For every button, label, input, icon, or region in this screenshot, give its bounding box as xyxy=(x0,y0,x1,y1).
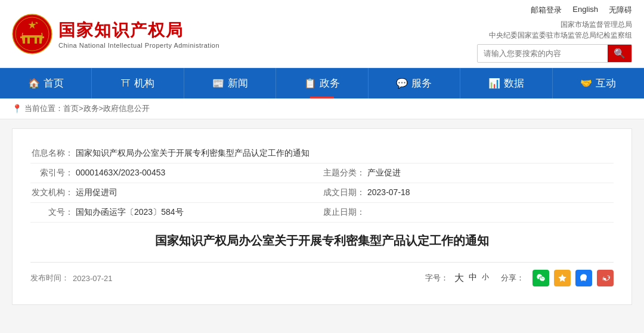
org-line-2: 中央纪委国家监委驻市场监管总局纪检监察组 xyxy=(489,30,632,41)
breadcrumb: 当前位置：首页>政务>政府信息公开 xyxy=(24,103,150,114)
font-size-options: 大 中 小 xyxy=(454,272,489,285)
nav-item-data[interactable]: 📊 数据 xyxy=(460,68,552,98)
institution-icon: ⛩ xyxy=(121,78,131,89)
header-right: 邮箱登录 English 无障碍 国家市场监督管理总局 中央纪委国家监委驻市场监… xyxy=(477,5,632,63)
meta-right: 字号： 大 中 小 分享： xyxy=(425,270,614,286)
article-meta: 发布时间： 2023-07-21 字号： 大 中 小 分享： xyxy=(30,262,614,286)
svg-rect-5 xyxy=(30,38,35,44)
font-medium[interactable]: 中 xyxy=(469,272,477,285)
accessibility-link[interactable]: 无障碍 xyxy=(609,5,632,16)
government-icon: 📋 xyxy=(304,78,316,89)
svg-rect-4 xyxy=(25,38,27,44)
date-label: 成文日期： xyxy=(322,187,365,198)
meta-left: 发布时间： 2023-07-21 xyxy=(30,273,113,283)
location-icon: 📍 xyxy=(12,104,22,113)
expiry-cell: 废止日期： xyxy=(322,203,614,222)
top-org-info: 国家市场监督管理总局 中央纪委国家监委驻市场监管总局纪检监察组 xyxy=(489,19,632,41)
english-link[interactable]: English xyxy=(572,5,598,16)
docnum-label: 文号： xyxy=(30,207,73,218)
interaction-icon: 🤝 xyxy=(580,78,592,89)
info-row-2: 发文机构： 运用促进司 成文日期： 2023-07-18 xyxy=(30,183,614,203)
nav-item-news[interactable]: 📰 新闻 xyxy=(184,68,276,98)
article-title: 国家知识产权局办公室关于开展专利密集型产品认定工作的通知 xyxy=(30,231,614,250)
docnum-cell: 文号： 国知办函运字〔2023〕584号 xyxy=(30,203,322,222)
breadcrumb-bar: 📍 当前位置：首页>政务>政府信息公开 xyxy=(0,98,644,119)
nav-item-government[interactable]: 📋 政务 xyxy=(276,68,368,98)
nav-label-institution: 机构 xyxy=(134,76,154,90)
logo-chinese: 国家知识产权局 xyxy=(58,19,219,42)
nav-label-interaction: 互动 xyxy=(596,76,616,90)
home-icon: 🏠 xyxy=(28,78,40,89)
qq-share-button[interactable] xyxy=(575,270,592,286)
issuer-cell: 发文机构： 运用促进司 xyxy=(30,183,322,202)
share-icons xyxy=(532,270,614,286)
date-cell: 成文日期： 2023-07-18 xyxy=(322,183,614,202)
logo-english: China National Intellectual Property Adm… xyxy=(58,42,219,49)
docnum-value: 国知办函运字〔2023〕584号 xyxy=(73,207,184,218)
nav-label-home: 首页 xyxy=(44,76,64,90)
nav-label-service: 服务 xyxy=(411,76,432,90)
info-row-3: 文号： 国知办函运字〔2023〕584号 废止日期： xyxy=(30,203,614,223)
search-input[interactable] xyxy=(478,46,608,61)
news-icon: 📰 xyxy=(212,78,224,89)
top-links: 邮箱登录 English 无障碍 xyxy=(531,5,632,16)
search-bar: 🔍 xyxy=(477,44,632,63)
favorites-share-button[interactable] xyxy=(554,270,571,286)
search-button[interactable]: 🔍 xyxy=(608,45,631,62)
service-icon: 💬 xyxy=(396,78,408,89)
org-line-1: 国家市场监督管理总局 xyxy=(489,19,632,30)
publish-label: 发布时间： xyxy=(30,273,69,283)
font-large[interactable]: 大 xyxy=(454,272,464,285)
font-small[interactable]: 小 xyxy=(482,272,489,285)
nav-item-institution[interactable]: ⛩ 机构 xyxy=(92,68,184,98)
nav-item-home[interactable]: 🏠 首页 xyxy=(0,68,92,98)
publish-date: 2023-07-21 xyxy=(73,274,113,283)
info-title-value: 国家知识产权局办公室关于开展专利密集型产品认定工作的通知 xyxy=(73,148,309,159)
issuer-label: 发文机构： xyxy=(30,187,73,198)
top-bar: 国家知识产权局 China National Intellectual Prop… xyxy=(0,0,644,68)
logo-text-group: 国家知识产权局 China National Intellectual Prop… xyxy=(58,19,219,49)
category-label: 主题分类： xyxy=(322,168,365,178)
national-emblem xyxy=(12,14,52,54)
nav-label-government: 政务 xyxy=(320,76,340,90)
svg-rect-6 xyxy=(37,38,39,44)
index-label: 索引号： xyxy=(30,168,73,178)
info-title-row: 信息名称： 国家知识产权局办公室关于开展专利密集型产品认定工作的通知 xyxy=(30,144,614,164)
index-value: 00001463X/2023-00453 xyxy=(73,168,165,177)
data-icon: 📊 xyxy=(488,78,500,89)
nav-item-interaction[interactable]: 🤝 互动 xyxy=(553,68,644,98)
info-title-label: 信息名称： xyxy=(30,148,73,159)
email-login-link[interactable]: 邮箱登录 xyxy=(531,5,562,16)
category-cell: 主题分类： 产业促进 xyxy=(322,164,614,183)
info-row-1: 索引号： 00001463X/2023-00453 主题分类： 产业促进 xyxy=(30,164,614,183)
nav-item-service[interactable]: 💬 服务 xyxy=(369,68,460,98)
nav-label-data: 数据 xyxy=(504,76,524,90)
font-size-label: 字号： xyxy=(425,273,448,283)
wechat-share-button[interactable] xyxy=(532,270,549,286)
category-value: 产业促进 xyxy=(365,168,401,178)
share-label: 分享： xyxy=(501,273,524,283)
logo-area: 国家知识产权局 China National Intellectual Prop… xyxy=(12,14,219,54)
index-cell: 索引号： 00001463X/2023-00453 xyxy=(30,164,322,183)
nav-bar: 🏠 首页 ⛩ 机构 📰 新闻 📋 政务 💬 服务 📊 数据 🤝 互动 xyxy=(0,68,644,98)
issuer-value: 运用促进司 xyxy=(73,187,117,198)
expiry-label: 废止日期： xyxy=(322,207,365,218)
nav-label-news: 新闻 xyxy=(228,76,248,90)
date-value: 2023-07-18 xyxy=(365,187,410,197)
weibo-share-button[interactable] xyxy=(597,270,614,286)
article-info-section: 信息名称： 国家知识产权局办公室关于开展专利密集型产品认定工作的通知 索引号： … xyxy=(30,144,614,223)
content-area: 信息名称： 国家知识产权局办公室关于开展专利密集型产品认定工作的通知 索引号： … xyxy=(12,128,632,305)
